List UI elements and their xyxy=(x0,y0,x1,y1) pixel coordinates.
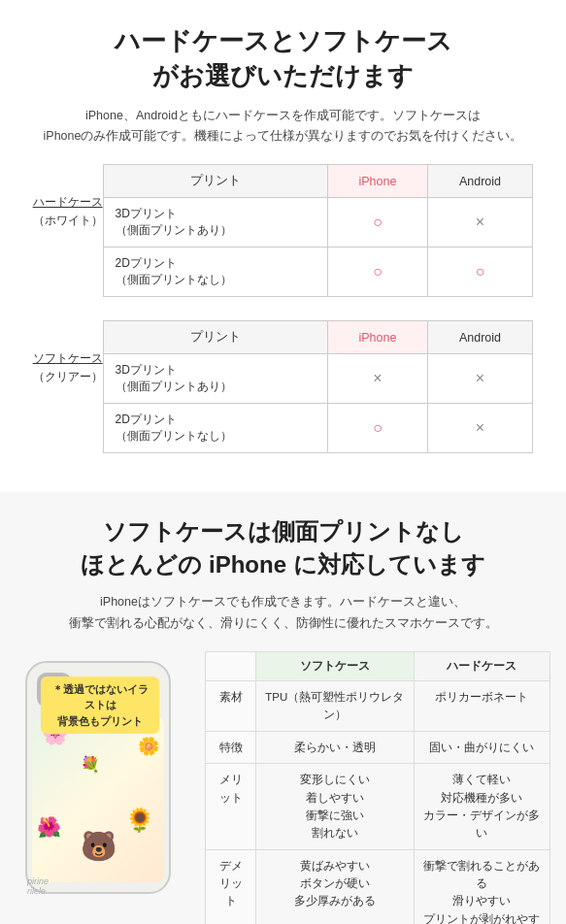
table-row: 2Dプリント（側面プリントなし） ○ × xyxy=(103,404,533,453)
hard-case-table-wrap: ハードケース（ホワイト） プリント iPhone Android 3Dプリント（… xyxy=(33,164,534,297)
soft-case-label: ソフトケース（クリアー） xyxy=(33,320,103,386)
cell-2d-iphone-hard: ○ xyxy=(328,248,427,297)
hard-case-table: プリント iPhone Android 3Dプリント（側面プリントあり） ○ ×… xyxy=(103,164,534,297)
section-top: ハードケースとソフトケースがお選びいただけます iPhone、Androidとも… xyxy=(0,0,566,492)
comp-row-material: 素材 TPU（熱可塑性ポリウレタン） ポリカーボネート xyxy=(206,680,550,731)
col-header-print: プリント xyxy=(103,165,328,198)
row-label-2d-soft: 2Dプリント（側面プリントなし） xyxy=(103,404,328,453)
comp-hard-demerit: 衝撃で割れることがある滑りやすいプリントが剥がれやすい xyxy=(414,849,549,924)
section-bottom: ソフトケースは側面プリントなしほとんどの iPhone に対応しています iPh… xyxy=(0,492,566,924)
comp-header-hard: ハードケース xyxy=(414,651,549,680)
comp-hard-feature: 固い・曲がりにくい xyxy=(414,731,549,763)
soft-case-table-wrap: ソフトケース（クリアー） プリント iPhone Android 3Dプリント（… xyxy=(33,320,534,453)
row-label-2d-hard: 2Dプリント（側面プリントなし） xyxy=(103,248,328,297)
flower-icon-2: 🌼 xyxy=(138,736,159,757)
cell-2d-android-hard: ○ xyxy=(427,248,533,297)
comp-label-merit: メリット xyxy=(206,764,256,850)
row-label-3d-soft: 3Dプリント（側面プリントあり） xyxy=(103,354,328,404)
brand-name: pirinerilele xyxy=(27,876,49,896)
phone-content-area: 🌸 🌼 🌺 💐 🌻 🐻 xyxy=(32,716,164,882)
soft-case-table-inner: プリント iPhone Android 3Dプリント（側面プリントあり） × ×… xyxy=(103,320,534,453)
comp-label-feature: 特徴 xyxy=(206,731,256,763)
col-header-android1: Android xyxy=(427,165,533,198)
comp-soft-merit: 変形しにくい着しやすい衝撃に強い割れない xyxy=(256,764,415,850)
comp-row-demerit: デメリット 黄ばみやすいボタンが硬い多少厚みがある 衝撃で割れることがある滑りや… xyxy=(206,849,550,924)
cell-2d-iphone-soft: ○ xyxy=(328,404,427,453)
col-header-iphone2: iPhone xyxy=(328,321,427,354)
comp-label-demerit: デメリット xyxy=(206,849,256,924)
comp-row-feature: 特徴 柔らかい・透明 固い・曲がりにくい xyxy=(206,731,550,763)
bottom-content-area: ＊透過ではないイラストは背景色もプリント 🌸 🌼 🌺 💐 🌻 🐻 p xyxy=(16,651,550,924)
cell-3d-android-hard: × xyxy=(427,198,533,248)
col-header-android2: Android xyxy=(427,321,533,354)
right-column: ソフトケース ハードケース 素材 TPU（熱可塑性ポリウレタン） ポリカーボネー… xyxy=(205,651,550,924)
flower-illustration: 🌸 🌼 🌺 💐 🌻 🐻 xyxy=(32,716,164,882)
cell-3d-iphone-hard: ○ xyxy=(328,198,427,248)
flower-icon-4: 💐 xyxy=(81,755,100,774)
table-row: 3Dプリント（側面プリントあり） ○ × xyxy=(103,198,533,248)
table-row: 2Dプリント（側面プリントなし） ○ ○ xyxy=(103,248,533,297)
hard-case-label: ハードケース（ホワイト） xyxy=(33,164,103,230)
comp-hard-material: ポリカーボネート xyxy=(414,680,549,731)
cell-3d-iphone-soft: × xyxy=(328,354,427,404)
comp-soft-feature: 柔らかい・透明 xyxy=(256,731,415,763)
transparent-note: ＊透過ではないイラストは背景色もプリント xyxy=(41,676,159,735)
col-header-print2: プリント xyxy=(103,321,328,354)
hard-case-table-inner: プリント iPhone Android 3Dプリント（側面プリントあり） ○ ×… xyxy=(103,164,534,297)
table-row: 3Dプリント（側面プリントあり） × × xyxy=(103,354,533,404)
flower-icon-5: 🌻 xyxy=(125,807,154,834)
bear-emoji: 🐻 xyxy=(81,829,117,863)
comp-label-material: 素材 xyxy=(206,680,256,731)
cell-2d-android-soft: × xyxy=(427,404,533,453)
comp-soft-material: TPU（熱可塑性ポリウレタン） xyxy=(256,680,415,731)
phone-illustration-area: ＊透過ではないイラストは背景色もプリント 🌸 🌼 🌺 💐 🌻 🐻 p xyxy=(16,651,195,924)
comparison-table: ソフトケース ハードケース 素材 TPU（熱可塑性ポリウレタン） ポリカーボネー… xyxy=(205,651,550,924)
comp-header-empty xyxy=(206,651,256,680)
comp-soft-demerit: 黄ばみやすいボタンが硬い多少厚みがある xyxy=(256,849,415,924)
soft-case-table: プリント iPhone Android 3Dプリント（側面プリントあり） × ×… xyxy=(103,320,534,453)
flower-icon-3: 🌺 xyxy=(37,815,61,839)
cell-3d-android-soft: × xyxy=(427,354,533,404)
main-title: ハードケースとソフトケースがお選びいただけます xyxy=(19,23,547,94)
col-header-iphone1: iPhone xyxy=(328,165,427,198)
comp-header-soft: ソフトケース xyxy=(256,651,415,680)
comp-hard-merit: 薄くて軽い対応機種が多いカラー・デザインが多い xyxy=(414,764,549,850)
row-label-3d-hard: 3Dプリント（側面プリントあり） xyxy=(103,198,328,248)
section2-title: ソフトケースは側面プリントなしほとんどの iPhone に対応しています xyxy=(16,515,550,580)
section2-description: iPhoneはソフトケースでも作成できます。ハードケースと違い、 衝撃で割れる心… xyxy=(16,592,550,634)
phone-case-illustration: ＊透過ではないイラストは背景色もプリント 🌸 🌼 🌺 💐 🌻 🐻 xyxy=(25,661,171,894)
sub-description: iPhone、Androidともにハードケースを作成可能です。ソフトケースは i… xyxy=(19,106,547,148)
comp-row-merit: メリット 変形しにくい着しやすい衝撃に強い割れない 薄くて軽い対応機種が多いカラ… xyxy=(206,764,550,850)
